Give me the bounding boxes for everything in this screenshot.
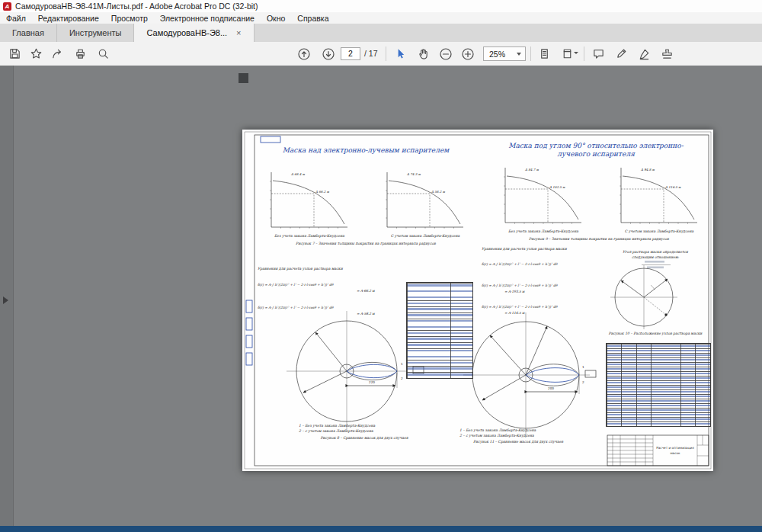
curve-mark: 2 [582,380,584,384]
next-page-icon[interactable] [320,46,337,62]
equations-heading: Уравнения для расчета узлов раствора мас… [482,247,568,252]
graph-label: A 116.5 м [664,185,681,189]
legend-line2: 2 – с учетом закона Ламберта-Кнудсена [459,434,534,438]
equation-result: = A·58.2 м [357,312,375,316]
zoom-out-icon[interactable] [437,46,454,62]
menu-view[interactable]: Просмотр [105,14,154,23]
panel-artifact [239,73,248,83]
equation-result: = A·66.2 м [357,289,375,293]
search-icon[interactable] [94,46,111,62]
pdf-page: Маска над электронно-лучевым испарителем… [242,130,713,471]
chevron-down-icon [574,52,578,54]
menu-window[interactable]: Окно [261,14,291,23]
legend-line2: 2 – с учетом закона Ламберта-Кнудсена [299,429,373,434]
fill-sign-icon[interactable] [636,46,652,62]
angle-heading-line2: следующим отношением: [632,255,680,260]
equation: δ(r) = A·∫ h²/(2π(r² + l² − 2·r·l·cosθ +… [482,305,558,309]
page-display-icon[interactable] [536,46,552,62]
angle-formula-blur [642,261,671,268]
hand-tool-icon[interactable] [415,46,431,62]
sheet-corner-mark [261,136,280,143]
tab-home[interactable]: Главная [0,24,57,42]
panel-toggle-arrow-icon[interactable] [3,296,8,304]
graph-label: A 102.5 м [549,185,565,189]
star-icon[interactable] [27,46,44,62]
toolbar-divider [386,46,386,61]
angle-heading-line1: Угол раствора маски определяется [623,250,689,254]
graph-caption: Без учета закона Ламберта-Кнудсена [508,229,578,234]
graph-label: A 68.4 м [290,172,306,176]
sheet-margin-marks [246,300,252,365]
zoom-level-select[interactable]: 25% [483,46,526,61]
menu-file[interactable]: Файл [0,14,32,23]
menubar: Файл Редактирование Просмотр Электронное… [0,12,762,24]
equation: δ(r) = A·∫ h²/(2π(r² + l² − 2·r·l·cosθ +… [258,283,334,287]
menu-esign[interactable]: Электронное подписание [154,14,261,23]
toolbar-divider [584,46,584,61]
graph-label: A 74.3 м [406,172,421,176]
zoom-in-icon[interactable] [459,46,476,62]
equation: δ(r) = A·∫ h²/(2π(r² + l² − 2·r·l·cosθ +… [482,262,558,266]
chevron-down-icon [517,53,521,56]
equation-result: = A·193.5 м [504,290,525,293]
menu-edit[interactable]: Редактирование [32,14,105,23]
data-table-left [406,282,473,379]
page-display-options-icon[interactable] [559,46,575,62]
curve-mark: 2 [401,377,403,380]
tab-document-label: СамодуроваНВ-Э8... [146,28,227,37]
page-number-input[interactable]: 2 [341,47,360,60]
dimension-label: 220 [369,380,375,384]
curve-mark: 1 [582,365,584,369]
stamp-icon[interactable] [658,46,675,62]
left-section-title: Маска над электронно-лучевым испарителем [283,146,450,154]
share-icon[interactable] [49,46,66,62]
graph-label: A 94.8 м [640,168,655,171]
figure7-caption: Рисунок 7 – Значения толщины покрытия на… [296,242,436,246]
save-icon[interactable] [6,46,23,62]
equations-heading: Уравнения для расчета узлов раствора мас… [258,267,344,271]
toolbar-divider [530,46,531,61]
tab-home-label: Главная [12,28,44,37]
toolbar: 2 / 17 25% [0,42,762,66]
right-section-title-line2: лучевого испарителя [557,150,636,158]
dimension-label: 200 [548,386,554,390]
right-section-title-line1: Маска под углом 90° относительно электро… [508,142,684,149]
page-count-label: / 17 [364,49,378,58]
figure10-caption: Рисунок 10 – Расположение узлов раствора… [609,332,703,336]
thickness-graphs: A 68.4 м A 66.2 м A 74.3 м A 58.2 м A 84… [270,168,697,229]
figure9-caption: Рисунок 9 – Значения толщины покрытия на… [529,237,669,242]
highlight-icon[interactable] [613,46,629,62]
menu-help[interactable]: Справка [291,14,335,23]
graph-label: A 58.2 м [431,190,446,194]
curve-mark: 1 [401,362,403,366]
figure11-diagram: 200 1 2 [463,312,596,437]
figure8-caption: Рисунок 8 – Сравнение масок для двух слу… [320,436,408,441]
previous-page-icon[interactable] [296,46,312,62]
graph-label: A 66.2 м [315,190,330,194]
stamp-title-line1: Расчет и оптимизация [656,446,694,450]
close-icon[interactable]: × [236,29,241,37]
stamp-title-line2: масок [670,451,680,455]
document-viewport[interactable]: Маска над электронно-лучевым испарителем… [0,66,762,526]
acrobat-window: A СамодуроваНВ-Э8-41М-Листы.pdf - Adobe … [0,0,762,532]
figure10-diagram [610,265,677,329]
data-table-right [606,343,711,427]
figure11-caption: Рисунок 11 – Сравнение масок для двух сл… [473,440,563,444]
comment-icon[interactable] [590,46,607,62]
zoom-level-value: 25% [484,50,517,59]
legend-line1: 1 – Без учета закона Ламберта-Кнудсена [459,428,536,433]
equation-result: = A·116.5 м [504,311,525,315]
graph-label: A 84.7 м [524,168,539,171]
print-icon[interactable] [72,46,88,62]
acrobat-app-icon: A [3,2,11,11]
title-block: Расчет и оптимизация масок [607,435,709,466]
legend-line1: 1 – Без учета закона Ламберта-Кнудсена [299,424,375,428]
taskbar[interactable] [0,526,762,532]
select-tool-icon[interactable] [392,46,408,62]
tab-tools[interactable]: Инструменты [57,24,135,42]
tab-bar: Главная Инструменты СамодуроваНВ-Э8... × [0,24,762,42]
tab-document[interactable]: СамодуроваНВ-Э8... × [134,24,254,42]
equation: δ(r) = A·∫ h²/(2π(r² + l² − 2·r·l·cosθ +… [482,284,558,287]
graph-caption: С учетом закона Ламберта-Кнудсена [391,234,460,239]
graph-caption: Без учета закона Ламберта-Кнудсена [274,234,344,239]
